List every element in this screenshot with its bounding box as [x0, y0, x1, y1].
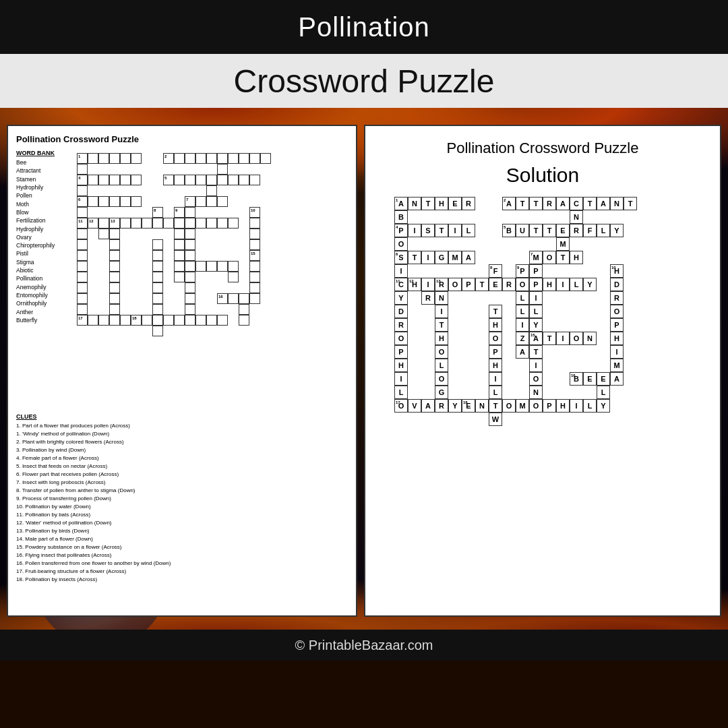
- clue-item: 3. Pollination by wind (Down): [16, 446, 348, 454]
- solution-letter: L: [534, 307, 539, 315]
- solution-cell: Z: [516, 332, 529, 345]
- solution-letter: A: [506, 200, 512, 208]
- solution-letter: A: [398, 200, 404, 208]
- crossword-cell: [131, 218, 142, 229]
- crossword-cell: [120, 153, 131, 164]
- crossword-cell: [260, 153, 271, 164]
- word-bank-item: Pollination: [16, 274, 77, 282]
- solution-cell: G: [435, 251, 448, 264]
- solution-cell: O: [529, 399, 543, 413]
- solution-cell: T: [489, 399, 502, 413]
- solution-letter: O: [533, 402, 539, 410]
- crossword-cell: [185, 304, 195, 315]
- solution-cell: 18E: [462, 399, 475, 413]
- solution-letter: E: [452, 200, 457, 208]
- solution-letter: I: [427, 253, 429, 262]
- solution-cell: T: [583, 197, 597, 210]
- solution-letter: T: [534, 200, 539, 208]
- crossword-cell: [249, 218, 260, 229]
- solution-cell: R: [610, 291, 624, 305]
- solution-cell: H: [570, 251, 583, 264]
- solution-label: Solution: [506, 164, 579, 187]
- main-area: Pollination Crossword Puzzle WORD BANK B…: [0, 108, 728, 661]
- crossword-cell: [120, 196, 131, 207]
- crossword-cell: [77, 239, 88, 250]
- crossword-cell: 7: [185, 196, 195, 207]
- solution-letter: O: [398, 240, 404, 248]
- crossword-cell: [206, 153, 217, 164]
- crossword-cell: [98, 175, 109, 185]
- clues-label: CLUES: [16, 413, 348, 420]
- crossword-cell: [152, 250, 163, 261]
- crossword-cell: [142, 218, 152, 229]
- solution-cell: E: [583, 372, 597, 386]
- solution-cell: W: [489, 413, 502, 426]
- crossword-cell: [98, 218, 109, 229]
- crossword-cell: [249, 175, 260, 185]
- solution-letter: T: [520, 200, 525, 208]
- solution-cell: T: [529, 197, 543, 210]
- solution-cell: 15A: [529, 332, 543, 345]
- crossword-cell: [109, 229, 120, 239]
- crossword-cell: [239, 304, 249, 315]
- solution-cell: Y: [583, 278, 597, 291]
- solution-cell: Y: [394, 291, 408, 305]
- solution-cell: M: [448, 251, 462, 264]
- crossword-cell: [185, 218, 195, 229]
- solution-cell: T: [435, 224, 448, 237]
- solution-cell: T: [556, 251, 570, 264]
- clue-item: 1. 'Windy' method of pollination (Down): [16, 430, 348, 438]
- solution-letter: D: [614, 280, 619, 289]
- solution-cell: E: [489, 278, 502, 291]
- crossword-cell: [217, 153, 228, 164]
- crossword-cell: [98, 229, 109, 239]
- solution-letter: Y: [533, 321, 538, 329]
- crossword-cell: [109, 153, 120, 164]
- solution-cell: H: [489, 318, 502, 332]
- solution-cell: L: [529, 305, 543, 318]
- crossword-cell: [217, 315, 228, 326]
- solution-letter: I: [575, 402, 577, 410]
- crossword-cell: [206, 185, 217, 196]
- solution-cell: 16B: [570, 372, 583, 386]
- solution-letter: P: [547, 402, 551, 410]
- solution-letter: I: [494, 375, 496, 383]
- solution-cell: R: [462, 197, 475, 210]
- solution-cell: O: [394, 237, 408, 251]
- solution-cell: A: [421, 399, 435, 413]
- crossword-cell: 8: [152, 207, 163, 218]
- solution-cell: T: [529, 345, 543, 359]
- right-panel-title: Pollination Crossword Puzzle: [447, 140, 639, 157]
- solution-letter: N: [533, 388, 539, 396]
- solution-cell: I: [408, 224, 421, 237]
- solution-cell: B: [394, 210, 408, 224]
- solution-letter: B: [506, 226, 512, 235]
- solution-letter: H: [547, 280, 552, 289]
- solution-letter: P: [493, 348, 497, 356]
- crossword-cell: [120, 175, 131, 185]
- solution-letter: A: [601, 200, 606, 208]
- solution-letter: L: [520, 307, 525, 315]
- solution-letter: R: [439, 402, 444, 410]
- solution-letter: Y: [452, 402, 457, 410]
- crossword-cell: 18: [131, 315, 142, 326]
- crossword-cell: [185, 175, 195, 185]
- crossword-cell: [174, 175, 185, 185]
- crossword-cell: [131, 175, 142, 185]
- right-panel: Pollination Crossword Puzzle Solution 1A…: [364, 125, 721, 617]
- solution-cell: I: [529, 291, 543, 305]
- solution-letter: I: [615, 348, 617, 356]
- solution-letter: I: [400, 267, 402, 275]
- solution-letter: R: [614, 294, 619, 302]
- crossword-cell: [239, 153, 249, 164]
- crossword-cell: [174, 239, 185, 250]
- clues-section: CLUES 1. Part of a flower that produces …: [16, 413, 348, 584]
- solution-cell: O: [489, 332, 502, 345]
- word-bank-item: Pollen: [16, 191, 77, 200]
- crossword-cell: [77, 185, 88, 196]
- solution-letter: I: [562, 334, 564, 342]
- solution-cell: P: [543, 399, 556, 413]
- crossword-cell: [185, 229, 195, 239]
- crossword-cell: [217, 175, 228, 185]
- solution-letter: O: [506, 402, 512, 410]
